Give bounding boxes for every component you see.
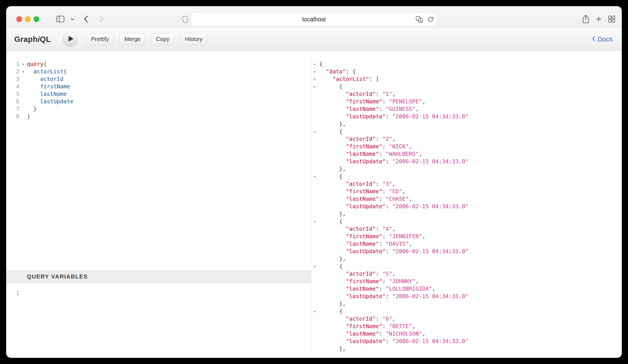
fold-toggle-icon[interactable]: ▾ bbox=[311, 83, 318, 90]
code-text: actorId bbox=[27, 75, 64, 83]
code-line: }, bbox=[311, 210, 622, 218]
variables-editor[interactable]: 1 bbox=[6, 283, 311, 357]
code-text: "lastUpdate": "2006-02-15 04:34:33.0" bbox=[319, 248, 469, 255]
code-text: { bbox=[319, 263, 342, 270]
zoom-button[interactable] bbox=[33, 16, 39, 22]
fold-gutter bbox=[19, 98, 27, 105]
fold-gutter bbox=[311, 300, 318, 308]
fold-toggle-icon[interactable]: ▾ bbox=[311, 263, 318, 270]
new-tab-button[interactable] bbox=[595, 16, 602, 23]
fold-toggle-icon[interactable]: ▾ bbox=[311, 128, 318, 135]
fold-gutter bbox=[311, 323, 318, 330]
fold-gutter bbox=[311, 150, 318, 158]
execute-query-button[interactable] bbox=[63, 32, 78, 47]
code-line: ▾ { bbox=[311, 263, 622, 270]
code-line: "actorId": "4", bbox=[311, 225, 622, 233]
graphiql-logo: GraphiQL bbox=[14, 35, 51, 44]
sidebar-toggle-button[interactable] bbox=[56, 16, 64, 23]
code-line: "actorId": "3", bbox=[311, 180, 622, 188]
fold-gutter bbox=[19, 75, 27, 83]
merge-button[interactable]: Merge bbox=[119, 33, 146, 45]
fold-gutter bbox=[311, 330, 318, 338]
fold-gutter bbox=[311, 338, 318, 345]
close-button[interactable] bbox=[16, 16, 22, 22]
line-number: 5 bbox=[6, 90, 19, 98]
reload-icon[interactable] bbox=[427, 16, 434, 23]
code-line: ▾ { bbox=[311, 173, 622, 180]
code-text: "lastName": "DAVIS", bbox=[319, 240, 412, 248]
fold-toggle-icon[interactable]: ▾ bbox=[311, 308, 318, 315]
fold-gutter bbox=[311, 270, 318, 278]
code-line: "lastName": "CHASE", bbox=[311, 195, 622, 203]
code-line: "lastUpdate": "2006-02-15 04:34:33.0" bbox=[311, 113, 622, 120]
share-button[interactable] bbox=[582, 15, 589, 24]
code-line: "firstName": "BETTE", bbox=[311, 323, 622, 330]
fold-gutter bbox=[19, 90, 27, 98]
code-line: }, bbox=[311, 120, 622, 128]
code-text: "lastName": "CHASE", bbox=[319, 195, 412, 203]
fold-toggle-icon[interactable]: ▾ bbox=[311, 218, 318, 225]
fold-gutter bbox=[311, 113, 318, 120]
tab-overview-button[interactable] bbox=[608, 16, 615, 23]
minimize-button[interactable] bbox=[25, 16, 31, 22]
query-editor[interactable]: 1▾query{2▾ actorList{3 actorId4 firstNam… bbox=[6, 51, 311, 270]
result-viewer[interactable]: ▾{▾ "data": {▾ "actorList": [▾ { "actorI… bbox=[311, 51, 622, 357]
code-text: "lastName": "NICHOLSON", bbox=[319, 330, 425, 338]
code-line: "firstName": "NICK", bbox=[311, 143, 622, 150]
code-line: "actorId": "5", bbox=[311, 270, 622, 278]
code-line: }, bbox=[311, 255, 622, 263]
fold-gutter bbox=[311, 233, 318, 240]
fold-toggle-icon[interactable]: ▾ bbox=[19, 68, 27, 75]
back-button[interactable] bbox=[84, 16, 88, 23]
code-line: "firstName": "JOHNNY", bbox=[311, 278, 622, 285]
translate-icon[interactable]: A bbox=[416, 16, 423, 23]
code-text: }, bbox=[319, 345, 346, 353]
code-line: 6 lastUpdate bbox=[6, 98, 311, 105]
chevron-down-icon bbox=[71, 18, 75, 21]
forward-button[interactable] bbox=[100, 16, 104, 23]
play-icon bbox=[67, 35, 74, 43]
history-button[interactable]: History bbox=[180, 33, 208, 45]
sidebar-menu-button[interactable] bbox=[71, 18, 75, 21]
code-line: ▾{ bbox=[311, 60, 622, 68]
code-text: "data": { bbox=[319, 68, 356, 75]
line-number: 3 bbox=[6, 75, 19, 83]
code-text: "actorId": "4", bbox=[319, 225, 395, 233]
code-line: "lastName": "DAVIS", bbox=[311, 240, 622, 248]
code-text: "firstName": "NICK", bbox=[319, 143, 412, 150]
docs-button[interactable]: Docs bbox=[583, 28, 622, 51]
code-text: }, bbox=[319, 255, 346, 263]
copy-button[interactable]: Copy bbox=[151, 33, 174, 45]
code-text: "actorList": [ bbox=[319, 75, 379, 83]
code-text: { bbox=[319, 60, 322, 68]
code-line: "lastUpdate": "2006-02-15 04:34:33.0" bbox=[311, 158, 622, 165]
plus-icon bbox=[595, 16, 602, 23]
line-number: 6 bbox=[6, 98, 19, 105]
grid-icon bbox=[608, 16, 615, 23]
code-line: "lastUpdate": "2006-02-15 04:34:33.0" bbox=[311, 248, 622, 255]
address-bar[interactable]: localhost A bbox=[191, 13, 437, 26]
fold-toggle-icon[interactable]: ▾ bbox=[311, 68, 318, 75]
line-number: 1 bbox=[6, 60, 19, 68]
fold-toggle-icon[interactable]: ▾ bbox=[311, 75, 318, 83]
code-text: }, bbox=[319, 210, 346, 218]
fold-toggle-icon[interactable]: ▾ bbox=[19, 60, 27, 68]
code-line: 8} bbox=[6, 113, 311, 120]
fold-toggle-icon[interactable]: ▾ bbox=[311, 60, 318, 68]
code-text: actorList{ bbox=[27, 68, 67, 75]
code-line: }, bbox=[311, 345, 622, 353]
code-line: 2▾ actorList{ bbox=[6, 68, 311, 75]
fold-gutter bbox=[311, 315, 318, 323]
code-text: "firstName": "JENNIFER", bbox=[319, 233, 425, 240]
code-line: 1▾query{ bbox=[6, 60, 311, 68]
code-line: 5 lastName bbox=[6, 90, 311, 98]
query-variables-header[interactable]: QUERY VARIABLES bbox=[6, 270, 311, 283]
code-text: { bbox=[319, 128, 342, 135]
code-text: "firstName": "BETTE", bbox=[319, 323, 416, 330]
sidebar-icon bbox=[56, 16, 64, 23]
prettify-button[interactable]: Prettify bbox=[86, 33, 114, 45]
fold-gutter bbox=[311, 105, 318, 113]
code-text: "lastUpdate": "2006-02-15 04:34:33.0" bbox=[319, 203, 469, 210]
fold-toggle-icon[interactable]: ▾ bbox=[311, 173, 318, 180]
fold-gutter bbox=[311, 345, 318, 353]
